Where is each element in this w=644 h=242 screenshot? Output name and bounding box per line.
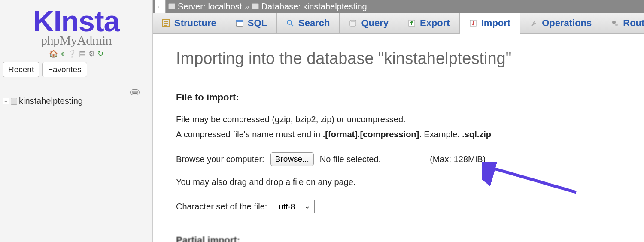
breadcrumb: ← Server: localhost » Database: kinstahe… [153,0,644,13]
format-hint-bold1: .[format].[compression] [323,130,419,139]
tab-label: SQL [248,18,267,29]
svg-point-9 [612,21,616,24]
recent-tab[interactable]: Recent [3,62,39,77]
tab-label: Import [481,18,510,29]
tab-query[interactable]: Query [340,13,398,33]
tab-search[interactable]: Search [277,13,340,33]
charset-select[interactable]: utf-8 [273,200,315,213]
format-hint-bold2: .sql.zip [462,130,491,139]
tab-operations[interactable]: Operations [520,13,601,33]
breadcrumb-db-value[interactable]: kinstahelptesting [303,2,367,12]
home-icon[interactable]: 🏠 [49,50,58,57]
favorites-tab[interactable]: Favorites [42,62,87,77]
db-tree: − kinstahelptesting [0,96,152,106]
query-icon [349,19,357,27]
link-icon[interactable]: ⌨ [130,89,140,95]
browse-row: Browse your computer: Browse... No file … [176,152,644,166]
svg-point-10 [615,24,618,26]
server-icon [168,3,175,9]
tab-label: Query [361,18,389,29]
charset-label: Character set of the file: [176,202,267,212]
database-icon [11,98,17,105]
tab-structure[interactable]: Structure [153,13,226,33]
dragdrop-hint: You may also drag and drop a file on any… [176,175,644,189]
tree-row-db[interactable]: − kinstahelptesting [3,96,152,106]
svg-line-4 [291,24,293,26]
divider [176,105,644,105]
sql-icon [236,19,243,27]
tab-routines[interactable]: Routi [601,13,644,33]
tab-export[interactable]: Export [398,13,460,33]
wrench-icon [530,19,538,27]
tree-db-label: kinstahelptesting [19,96,83,106]
breadcrumb-db-label: Database: [261,2,301,12]
reload-icon[interactable]: ↻ [97,50,103,57]
tab-sql[interactable]: SQL [226,13,277,33]
tab-import[interactable]: Import [460,13,520,34]
logo: KInsta phpMyAdmin [0,0,152,48]
format-hint: A compressed file's name must end in .[f… [176,128,644,141]
expand-icon[interactable]: − [3,98,9,104]
browse-button[interactable]: Browse... [270,152,314,166]
breadcrumb-server-label: Server: [178,2,205,12]
svg-point-3 [287,20,292,24]
import-page: Importing into the database "kinstahelpt… [153,34,644,242]
gears-icon [611,19,619,27]
gear-icon[interactable]: ⚙ [88,50,95,57]
exit-icon[interactable]: ⎆ [61,50,65,57]
svg-rect-2 [236,20,243,22]
partial-import-heading: Partial import: [176,235,644,242]
logo-phpmyadmin: phpMyAdmin [0,33,152,48]
search-icon [286,19,294,27]
import-icon [469,19,477,27]
tab-label: Search [298,18,330,29]
sidebar-quick-icons: 🏠 ⎆ ❔ ▤ ⚙ ↻ [0,50,152,57]
export-icon [408,19,416,27]
compression-hint: File may be compressed (gzip, bzip2, zip… [176,113,644,126]
tabstrip: Structure SQL Search Query Export [153,13,644,34]
page-title: Importing into the database "kinstahelpt… [176,49,644,68]
tab-label: Routi [623,18,644,29]
tab-label: Operations [542,18,592,29]
format-hint-mid: . Example: [419,130,462,139]
format-hint-pre: A compressed file's name must end in [176,130,323,139]
charset-row: Character set of the file: utf-8 [176,200,644,213]
database-icon [252,3,259,9]
structure-icon [162,19,170,27]
no-file-selected: No file selected. [320,154,381,164]
svg-rect-6 [351,21,355,22]
max-size: (Max: 128MiB) [430,154,486,164]
tab-label: Structure [174,18,216,29]
sidebar: KInsta phpMyAdmin 🏠 ⎆ ❔ ▤ ⚙ ↻ Recent Fav… [0,0,153,242]
tab-label: Export [420,18,450,29]
main: ← Server: localhost » Database: kinstahe… [153,0,644,242]
breadcrumb-separator: » [244,2,249,12]
back-button[interactable]: ← [155,0,166,13]
breadcrumb-server-value[interactable]: localhost [208,2,242,12]
sidebar-nav-tabs: Recent Favorites [3,62,152,77]
help-icon[interactable]: ❔ [67,50,76,57]
logo-kinsta: KInsta [0,2,152,32]
doc-icon[interactable]: ▤ [79,50,86,57]
browse-label: Browse your computer: [176,154,264,164]
file-to-import-heading: File to import: [176,92,644,103]
